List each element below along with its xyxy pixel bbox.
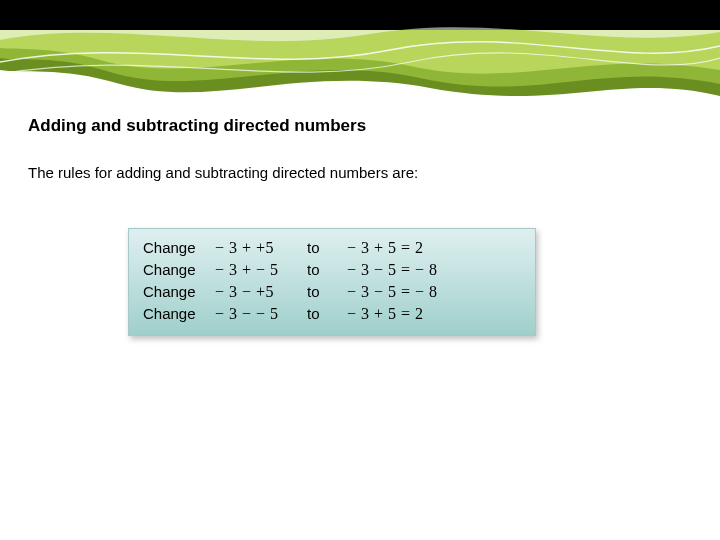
to-label: to — [307, 305, 347, 322]
change-label: Change — [143, 305, 215, 322]
to-label: to — [307, 261, 347, 278]
table-row: Change − 3 + +5 to − 3 + 5 = 2 — [143, 239, 521, 261]
to-label: to — [307, 239, 347, 256]
expr-before: − 3 − +5 — [215, 283, 307, 301]
change-label: Change — [143, 283, 215, 300]
expr-before: − 3 + +5 — [215, 239, 307, 257]
expr-before: − 3 + − 5 — [215, 261, 307, 279]
intro-text: The rules for adding and subtracting dir… — [28, 164, 418, 181]
slide-banner — [0, 0, 720, 104]
change-label: Change — [143, 239, 215, 256]
slide: { "title": "Adding and subtracting direc… — [0, 0, 720, 540]
expr-after: − 3 + 5 = 2 — [347, 239, 424, 257]
rules-box: Change − 3 + +5 to − 3 + 5 = 2 Change − … — [128, 228, 536, 336]
expr-after: − 3 − 5 = − 8 — [347, 261, 438, 279]
expr-before: − 3 − − 5 — [215, 305, 307, 323]
expr-after: − 3 − 5 = − 8 — [347, 283, 438, 301]
svg-rect-0 — [0, 0, 720, 30]
table-row: Change − 3 + − 5 to − 3 − 5 = − 8 — [143, 261, 521, 283]
table-row: Change − 3 − − 5 to − 3 + 5 = 2 — [143, 305, 521, 327]
change-label: Change — [143, 261, 215, 278]
expr-after: − 3 + 5 = 2 — [347, 305, 424, 323]
to-label: to — [307, 283, 347, 300]
table-row: Change − 3 − +5 to − 3 − 5 = − 8 — [143, 283, 521, 305]
slide-title: Adding and subtracting directed numbers — [28, 116, 366, 136]
